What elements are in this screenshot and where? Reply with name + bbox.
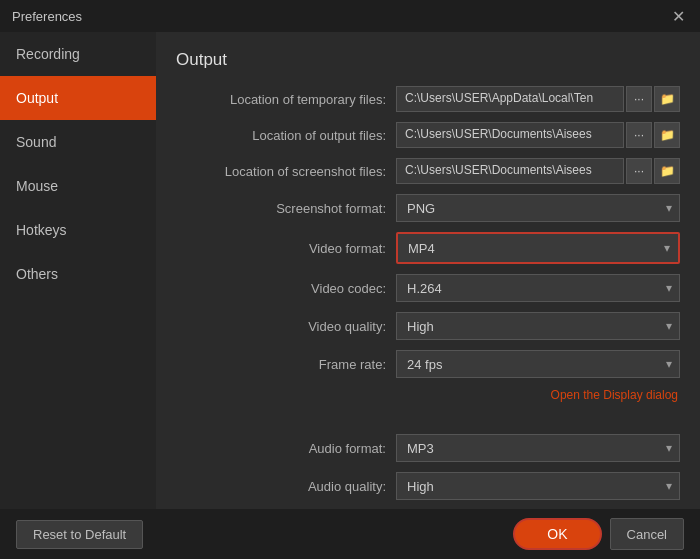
sidebar-item-sound[interactable]: Sound [0, 120, 156, 164]
audio-format-select[interactable]: MP3 AAC WAV [396, 434, 680, 462]
temp-files-dots-btn[interactable]: ··· [626, 86, 652, 112]
audio-quality-control: High Medium Low ▾ [396, 472, 680, 500]
screenshot-format-control: PNG JPG BMP ▾ [396, 194, 680, 222]
temp-files-input[interactable]: C:\Users\USER\AppData\Local\Ten [396, 86, 624, 112]
temp-files-folder-btn[interactable]: 📁 [654, 86, 680, 112]
output-files-dots-btn[interactable]: ··· [626, 122, 652, 148]
screenshot-files-row: Location of screenshot files: C:\Users\U… [176, 158, 680, 184]
sidebar-item-hotkeys[interactable]: Hotkeys [0, 208, 156, 252]
main-content: Output Location of temporary files: C:\U… [156, 32, 700, 509]
sidebar: Recording Output Sound Mouse Hotkeys Oth… [0, 32, 156, 509]
video-format-row: Video format: MP4 AVI MOV WMV ▾ [176, 232, 680, 264]
content-area: Recording Output Sound Mouse Hotkeys Oth… [0, 32, 700, 509]
audio-format-select-wrap: MP3 AAC WAV ▾ [396, 434, 680, 462]
video-codec-row: Video codec: H.264 H.265 ▾ [176, 274, 680, 302]
output-files-input[interactable]: C:\Users\USER\Documents\Aisees [396, 122, 624, 148]
titlebar: Preferences ✕ [0, 0, 700, 32]
audio-quality-select[interactable]: High Medium Low [396, 472, 680, 500]
sidebar-item-output[interactable]: Output [0, 76, 156, 120]
frame-rate-select[interactable]: 24 fps 30 fps 60 fps [396, 350, 680, 378]
temp-files-label: Location of temporary files: [176, 92, 396, 107]
screenshot-format-label: Screenshot format: [176, 201, 396, 216]
audio-format-label: Audio format: [176, 441, 396, 456]
sidebar-item-recording[interactable]: Recording [0, 32, 156, 76]
video-quality-select-wrap: High Medium Low ▾ [396, 312, 680, 340]
display-dialog-row: Open the Display dialog [176, 388, 680, 402]
temp-files-row: Location of temporary files: C:\Users\US… [176, 86, 680, 112]
screenshot-files-folder-btn[interactable]: 📁 [654, 158, 680, 184]
video-format-select[interactable]: MP4 AVI MOV WMV [398, 234, 678, 262]
output-files-label: Location of output files: [176, 128, 396, 143]
audio-quality-label: Audio quality: [176, 479, 396, 494]
footer: Reset to Default OK Cancel [0, 509, 700, 559]
video-codec-select[interactable]: H.264 H.265 [396, 274, 680, 302]
preferences-window: Preferences ✕ Recording Output Sound Mou… [0, 0, 700, 559]
ok-button[interactable]: OK [513, 518, 601, 550]
screenshot-files-label: Location of screenshot files: [176, 164, 396, 179]
video-quality-label: Video quality: [176, 319, 396, 334]
cancel-button[interactable]: Cancel [610, 518, 684, 550]
screenshot-files-input[interactable]: C:\Users\USER\Documents\Aisees [396, 158, 624, 184]
video-format-control: MP4 AVI MOV WMV ▾ [396, 232, 680, 264]
frame-rate-select-wrap: 24 fps 30 fps 60 fps ▾ [396, 350, 680, 378]
window-title: Preferences [12, 9, 82, 24]
screenshot-format-select-wrap: PNG JPG BMP ▾ [396, 194, 680, 222]
video-format-select-wrap: MP4 AVI MOV WMV ▾ [396, 232, 680, 264]
video-quality-control: High Medium Low ▾ [396, 312, 680, 340]
footer-right: OK Cancel [513, 518, 684, 550]
screenshot-files-dots-btn[interactable]: ··· [626, 158, 652, 184]
screenshot-files-control: C:\Users\USER\Documents\Aisees ··· 📁 [396, 158, 680, 184]
video-quality-select[interactable]: High Medium Low [396, 312, 680, 340]
output-files-row: Location of output files: C:\Users\USER\… [176, 122, 680, 148]
audio-quality-row: Audio quality: High Medium Low ▾ [176, 472, 680, 500]
sidebar-item-mouse[interactable]: Mouse [0, 164, 156, 208]
output-section-title: Output [176, 50, 680, 70]
screenshot-format-row: Screenshot format: PNG JPG BMP ▾ [176, 194, 680, 222]
video-codec-label: Video codec: [176, 281, 396, 296]
output-files-folder-btn[interactable]: 📁 [654, 122, 680, 148]
sidebar-item-others[interactable]: Others [0, 252, 156, 296]
output-files-control: C:\Users\USER\Documents\Aisees ··· 📁 [396, 122, 680, 148]
temp-files-control: C:\Users\USER\AppData\Local\Ten ··· 📁 [396, 86, 680, 112]
frame-rate-control: 24 fps 30 fps 60 fps ▾ [396, 350, 680, 378]
video-codec-control: H.264 H.265 ▾ [396, 274, 680, 302]
open-display-dialog-link[interactable]: Open the Display dialog [551, 388, 678, 402]
frame-rate-label: Frame rate: [176, 357, 396, 372]
close-button[interactable]: ✕ [668, 6, 688, 26]
video-codec-select-wrap: H.264 H.265 ▾ [396, 274, 680, 302]
screenshot-format-select[interactable]: PNG JPG BMP [396, 194, 680, 222]
audio-quality-select-wrap: High Medium Low ▾ [396, 472, 680, 500]
video-format-label: Video format: [176, 241, 396, 256]
audio-format-control: MP3 AAC WAV ▾ [396, 434, 680, 462]
audio-format-row: Audio format: MP3 AAC WAV ▾ [176, 434, 680, 462]
reset-to-default-button[interactable]: Reset to Default [16, 520, 143, 549]
frame-rate-row: Frame rate: 24 fps 30 fps 60 fps ▾ [176, 350, 680, 378]
video-quality-row: Video quality: High Medium Low ▾ [176, 312, 680, 340]
